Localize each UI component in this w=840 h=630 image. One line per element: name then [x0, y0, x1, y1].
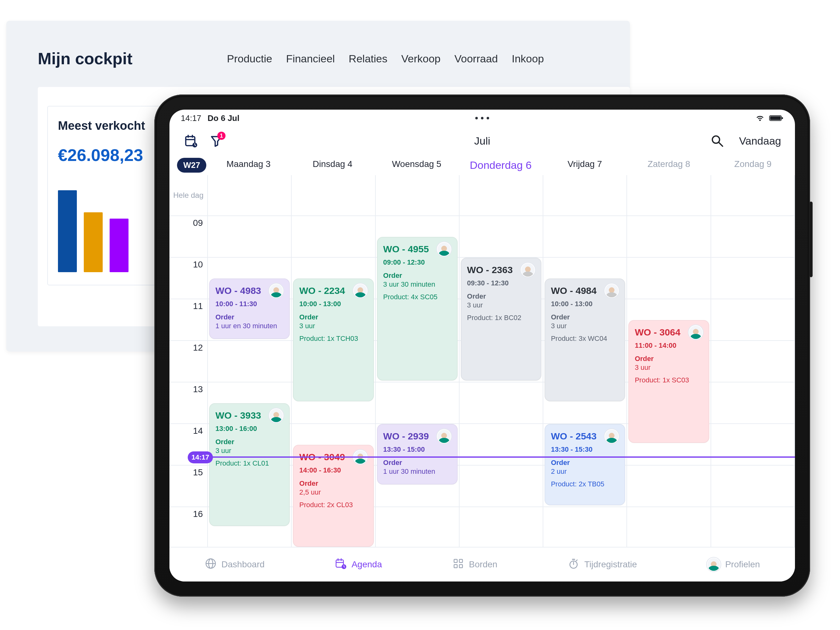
event-wo-4983[interactable]: WO - 498310:00 - 11:30Order1 uur en 30 m… [209, 278, 290, 339]
card-title: Meest verkocht [58, 119, 150, 133]
svg-rect-6 [192, 135, 193, 138]
avatar [353, 450, 368, 464]
desktop-header: Mijn cockpit Productie Financieel Relati… [38, 40, 630, 77]
nav-verkoop[interactable]: Verkoop [401, 53, 441, 65]
tab-label: Profielen [725, 559, 760, 570]
event-wo-2543[interactable]: WO - 254313:30 - 15:30Order2 uurProduct:… [545, 424, 625, 505]
svg-rect-21 [459, 564, 463, 568]
day-columns: WO - 498310:00 - 11:30Order1 uur en 30 m… [208, 216, 795, 547]
tab-borden[interactable]: Borden [452, 557, 497, 572]
bar-2 [84, 212, 103, 272]
globe-icon [204, 557, 217, 572]
tab-label: Borden [469, 559, 497, 570]
all-day-row: Hele dag [169, 175, 795, 216]
all-day-label: Hele dag [169, 175, 208, 215]
today-button[interactable]: Vandaag [739, 135, 781, 147]
event-wo-2234[interactable]: WO - 223410:00 - 13:00Order3 uurProduct:… [293, 278, 374, 401]
avatar [521, 263, 535, 277]
hour-15: 15 [169, 466, 207, 507]
day-header-0[interactable]: Maandag 3 [206, 159, 291, 171]
day-header-1[interactable]: Dinsdag 4 [291, 159, 374, 171]
event-wo-2363[interactable]: WO - 236309:30 - 12:30Order3 uurProduct:… [461, 258, 542, 381]
svg-rect-24 [572, 559, 575, 560]
avatar [437, 242, 452, 256]
timer-icon [567, 557, 580, 572]
tablet-frame: 14:17 Do 6 Jul 1 Juli [154, 95, 810, 597]
tab-profielen[interactable]: Profielen [707, 557, 760, 572]
event-wo-3064[interactable]: WO - 306411:00 - 14:00Order3 uurProduct:… [628, 320, 709, 443]
hour-13: 13 [169, 382, 207, 424]
col-2[interactable]: WO - 495509:00 - 12:30Order3 uur 30 minu… [376, 216, 459, 547]
col-4[interactable]: WO - 498410:00 - 13:00Order3 uurProduct:… [543, 216, 627, 547]
nav-voorraad[interactable]: Voorraad [455, 53, 498, 65]
bar-3 [110, 219, 128, 272]
calendar-clock-icon [335, 557, 347, 572]
filter-badge: 1 [217, 132, 226, 140]
col-5[interactable]: WO - 306411:00 - 14:00Order3 uurProduct:… [627, 216, 711, 547]
avatar [605, 429, 619, 444]
day-header-4[interactable]: Vrijdag 7 [543, 159, 627, 171]
col-1[interactable]: WO - 223410:00 - 13:00Order3 uurProduct:… [292, 216, 376, 547]
tab-label: Dashboard [221, 559, 265, 570]
tab-dashboard[interactable]: Dashboard [204, 557, 265, 572]
wifi-icon [755, 115, 765, 122]
col-6[interactable] [711, 216, 795, 547]
calendar-grid[interactable]: 0910111213141516 WO - 498310:00 - 11:30O… [169, 216, 795, 547]
day-header-6[interactable]: Zondag 9 [711, 159, 795, 171]
kanban-icon [452, 557, 464, 572]
event-wo-4984[interactable]: WO - 498410:00 - 13:00Order3 uurProduct:… [545, 278, 625, 401]
avatar [353, 284, 368, 298]
most-sold-card: Meest verkocht €26.098,23 [47, 106, 161, 286]
month-title: Juli [474, 135, 490, 147]
filter-icon[interactable]: 1 [208, 133, 224, 149]
svg-rect-1 [770, 116, 781, 120]
svg-point-8 [712, 136, 720, 143]
hour-11: 11 [169, 299, 207, 341]
event-wo-3049[interactable]: WO - 304914:00 - 16:30Order2,5 uurProduc… [293, 445, 374, 547]
tab-tijdregistratie[interactable]: Tijdregistratie [567, 557, 637, 572]
nav-financieel[interactable]: Financieel [286, 53, 335, 65]
avatar-icon [707, 557, 721, 572]
avatar [269, 284, 283, 298]
status-time: 14:17 [181, 114, 201, 123]
svg-line-9 [719, 143, 723, 147]
desktop-nav: Productie Financieel Relaties Verkoop Vo… [227, 53, 544, 65]
svg-rect-15 [338, 558, 339, 561]
hour-10: 10 [169, 258, 207, 299]
svg-rect-2 [782, 117, 783, 119]
hour-12: 12 [169, 341, 207, 382]
avatar [437, 429, 452, 444]
hour-gutter: 0910111213141516 [169, 216, 208, 547]
svg-rect-19 [459, 559, 463, 562]
calendar-icon[interactable] [183, 133, 199, 149]
multitask-dots-icon[interactable] [475, 117, 489, 119]
svg-rect-18 [454, 559, 457, 562]
hour-16: 16 [169, 507, 207, 547]
svg-line-25 [576, 560, 577, 561]
day-header-5[interactable]: Zaterdag 8 [627, 159, 711, 171]
avatar [269, 408, 283, 423]
col-0[interactable]: WO - 498310:00 - 11:30Order1 uur en 30 m… [208, 216, 292, 547]
col-3[interactable]: WO - 236309:30 - 12:30Order3 uurProduct:… [459, 216, 543, 547]
week-number-pill[interactable]: W27 [177, 158, 206, 173]
avatar [605, 284, 619, 298]
bar-1 [58, 190, 77, 272]
svg-rect-16 [341, 558, 342, 561]
tablet-screen: 14:17 Do 6 Jul 1 Juli [169, 110, 795, 581]
day-header-2[interactable]: Woensdag 5 [374, 159, 459, 171]
nav-productie[interactable]: Productie [227, 53, 272, 65]
hour-09: 09 [169, 216, 207, 258]
nav-inkoop[interactable]: Inkoop [512, 53, 544, 65]
tab-label: Agenda [352, 559, 382, 570]
event-wo-2939[interactable]: WO - 293913:30 - 15:00Order1 uur 30 minu… [377, 424, 458, 485]
nav-relaties[interactable]: Relaties [349, 53, 387, 65]
day-header-3[interactable]: Donderdag 6 [459, 159, 543, 171]
hour-14: 14 [169, 424, 207, 466]
week-header: W27 Maandag 3Dinsdag 4Woensdag 5Donderda… [169, 155, 795, 175]
event-wo-3933[interactable]: WO - 393313:00 - 16:00Order3 uurProduct:… [209, 403, 290, 526]
event-wo-4955[interactable]: WO - 495509:00 - 12:30Order3 uur 30 minu… [377, 237, 458, 381]
search-icon[interactable] [709, 133, 725, 149]
page-title: Mijn cockpit [38, 49, 132, 68]
status-date: Do 6 Jul [208, 114, 239, 123]
tab-agenda[interactable]: Agenda [335, 557, 382, 572]
